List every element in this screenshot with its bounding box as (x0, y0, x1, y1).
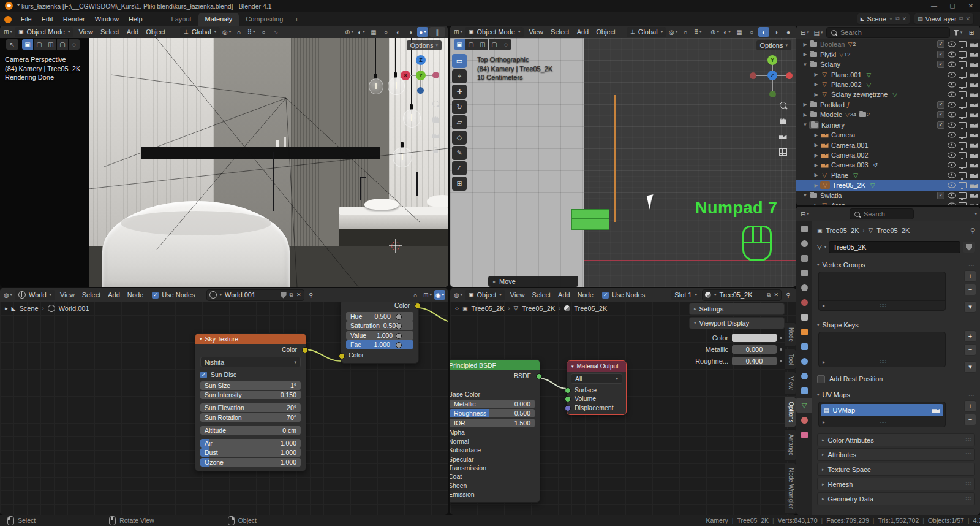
pan-hand-icon[interactable] (430, 114, 441, 125)
panel-color-attributes[interactable]: ▸Color Attributes∷∷ (817, 433, 975, 446)
viewlayer-selector[interactable]: ▤ ViewLayer ⧉ ✕ (914, 13, 974, 25)
outliner-row-camera-003[interactable]: ▶Camera.003↺ (796, 160, 980, 170)
sky-node-header[interactable]: ▾Sky Texture (195, 334, 306, 344)
filter-type-dropdown[interactable]: ▤▾ (813, 28, 824, 37)
tool-rotate[interactable]: ↻ (452, 100, 467, 114)
add-workspace-button[interactable]: + (290, 13, 303, 26)
hide-eye-icon[interactable] (948, 172, 956, 178)
metallic-value-field[interactable]: 0.000 (732, 345, 777, 354)
select-mode-subtract-icon[interactable]: ◫ (477, 39, 488, 50)
tool-scale[interactable]: ▱ (452, 115, 467, 129)
new-collection-button[interactable]: ⊞ (966, 28, 977, 37)
hsv-fac-slider[interactable]: Fac1.000 (346, 340, 413, 349)
vertex-groups-panel-header[interactable]: ▾Vertex Groups∷∷ (817, 259, 975, 270)
active-tool-icon[interactable]: ↖ (6, 39, 18, 50)
hide-eye-icon[interactable] (948, 51, 956, 57)
editor-type-icon[interactable]: ⊞▾ (2, 27, 13, 37)
include-checkbox[interactable]: ✓ (937, 61, 944, 68)
chevron-right-icon[interactable]: ▶ (812, 153, 820, 158)
output-node-header[interactable]: ▾Material Output (567, 361, 626, 372)
tool-move[interactable]: ✚ (452, 85, 467, 99)
disable-viewport-icon[interactable] (959, 202, 967, 205)
shading-material-icon[interactable]: ◑ (405, 27, 416, 37)
outliner-row-plane[interactable]: ▶▽Plane▽ (796, 170, 980, 180)
menu-window[interactable]: Window (90, 15, 124, 23)
disable-render-icon[interactable] (970, 142, 978, 148)
select-mode-intersect-icon[interactable]: ◌ (500, 39, 511, 50)
sun-disc-checkbox[interactable]: ✓Sun Disc (195, 369, 306, 380)
shading-solid-icon[interactable]: ◐ (393, 27, 404, 37)
chevron-right-icon[interactable]: ▶ (812, 203, 820, 205)
menu-select[interactable]: Select (97, 28, 123, 36)
disable-render-icon[interactable] (970, 92, 978, 97)
hsv-saturation-slider[interactable]: Saturation0.500 (346, 321, 413, 330)
chevron-down-icon[interactable]: ▼ (801, 192, 809, 198)
pin-icon[interactable]: ⚲ (306, 290, 317, 300)
vertex-groups-list[interactable]: ▸∷∷ (818, 272, 946, 311)
remove-vertex-group-button[interactable]: − (964, 284, 976, 295)
tool-cursor[interactable]: ⌖ (452, 69, 467, 83)
select-mode-invert-icon[interactable]: ▢ (57, 39, 68, 50)
mode-dropdown[interactable]: ▣Object Mode▾ (15, 27, 74, 37)
disable-viewport-icon[interactable] (959, 172, 967, 178)
disable-render-icon[interactable] (970, 153, 978, 158)
outliner-row--ciany-zewn-trzne[interactable]: ▶▽Ściany zewnętrzne▽ (796, 90, 980, 99)
disable-viewport-icon[interactable] (959, 182, 967, 188)
color-input-socket[interactable] (339, 353, 345, 359)
hsv-value-slider[interactable]: Value1.000 (346, 331, 413, 340)
editor-type-icon[interactable]: ◍▾ (453, 290, 464, 300)
include-checkbox[interactable]: ✓ (937, 101, 944, 109)
disable-render-icon[interactable] (970, 82, 978, 87)
remove-uv-map-button[interactable]: − (964, 414, 976, 425)
hide-eye-icon[interactable] (948, 122, 956, 128)
material-datablock[interactable]: ▾ Tree05_2K ⧉ ✕ (702, 289, 782, 301)
list-expand-icon[interactable]: ▸ (823, 359, 825, 365)
ortho-grid-icon[interactable] (777, 146, 788, 157)
uv-maps-list[interactable]: ▤ UVMap ▸∷∷ (818, 402, 946, 427)
gizmo-x-axis[interactable]: X (401, 71, 410, 80)
tool-options-dropdown[interactable]: Options▾ (756, 40, 791, 50)
editor-type-icon[interactable]: ⊟▾ (799, 209, 810, 219)
sidebar-tab-tool[interactable]: Tool (785, 349, 796, 370)
chevron-right-icon[interactable]: ▶ (801, 102, 809, 107)
menu-add[interactable]: Add (554, 291, 574, 299)
properties-search-input[interactable]: Search (850, 208, 914, 219)
menu-select[interactable]: Select (528, 291, 554, 299)
gizmo-neg-x[interactable] (432, 72, 439, 78)
workspace-tab-materiały[interactable]: Materiały (198, 13, 239, 26)
sky-sun-rotation-slider[interactable]: Sun Rotation70° (200, 413, 301, 422)
bsdf-ior-slider[interactable]: IOR1.500 (450, 419, 535, 427)
properties-tab-material[interactable] (796, 413, 812, 427)
outliner-row-kamery[interactable]: ▼Kamery✓ (796, 120, 980, 130)
shading-wireframe-icon[interactable]: ○ (380, 27, 391, 37)
disable-viewport-icon[interactable] (959, 41, 967, 47)
chevron-right-icon[interactable]: ▶ (801, 112, 809, 118)
gizmo-neg-z[interactable] (417, 87, 424, 94)
outliner-row--wiat-a[interactable]: ▼Światła✓ (796, 191, 980, 200)
overlays-dropdown[interactable]: ⊞▾ (422, 290, 433, 300)
shape-keys-panel-header[interactable]: ▾Shape Keys∷∷ (817, 319, 975, 330)
disable-viewport-icon[interactable] (959, 82, 967, 88)
sidebar-tab-options[interactable]: Options (785, 397, 796, 427)
outliner-row-boolean[interactable]: ▶Boolean▽2✓ (796, 39, 980, 49)
hide-eye-icon[interactable] (948, 132, 956, 138)
disable-render-icon[interactable] (970, 172, 978, 178)
select-mode-extend-icon[interactable]: ▢ (466, 39, 477, 50)
editor-type-icon[interactable]: ◍▾ (2, 290, 13, 300)
copy-viewlayer-icon[interactable]: ⧉ (959, 15, 963, 22)
properties-tab-object-data[interactable]: ▽ (796, 398, 812, 413)
gizmo-z-axis[interactable]: Z (416, 55, 426, 65)
animate-dot-icon[interactable] (780, 348, 782, 351)
chevron-right-icon[interactable]: ▶ (801, 51, 809, 57)
sky-texture-node[interactable]: ▾Sky Texture Color Nishita▾ ✓Sun Disc Su… (195, 333, 306, 471)
sidebar-tab-node[interactable]: Node (785, 322, 796, 347)
disable-render-icon[interactable] (970, 162, 978, 168)
material-output-node[interactable]: ▾Material Output All▾ SurfaceVolumeDispl… (567, 360, 627, 415)
tool-annotate[interactable]: ✎ (452, 146, 467, 160)
outliner-row-camera-001[interactable]: ▶Camera.001 (796, 140, 980, 150)
transform-orientation-dropdown[interactable]: ⊥Global▾ (627, 27, 666, 37)
menu-select[interactable]: Select (547, 28, 573, 36)
disable-viewport-icon[interactable] (959, 102, 967, 108)
shading-solid-icon[interactable]: ◐ (758, 27, 769, 37)
shape-key-specials-dropdown[interactable]: ▾ (964, 361, 976, 373)
